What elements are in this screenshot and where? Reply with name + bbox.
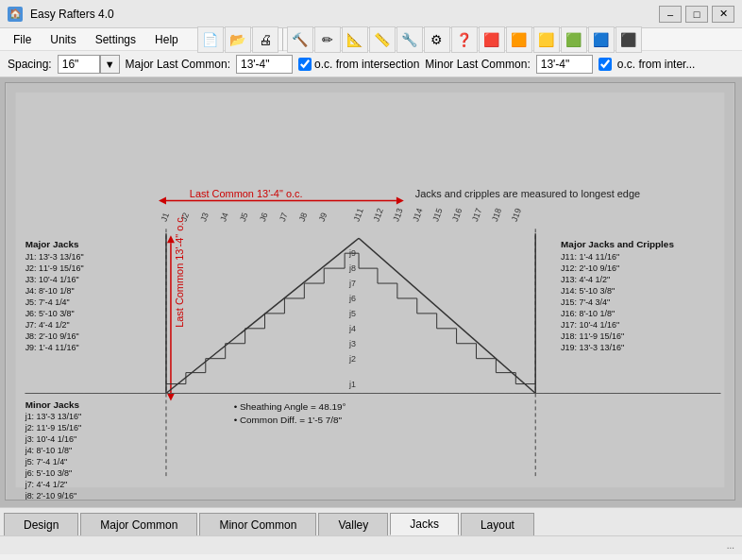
tool-4[interactable]: 📏: [369, 26, 396, 53]
toolbar-sep-1: [282, 28, 283, 51]
spacing-dropdown[interactable]: ▼: [100, 55, 120, 74]
svg-text:J4: 8'-10 1/8": J4: 8'-10 1/8": [25, 286, 75, 296]
svg-text:j4: j4: [348, 324, 356, 333]
tab-minor-common[interactable]: Minor Common: [199, 513, 316, 535]
svg-text:J15: 7'-4 3/4": J15: 7'-4 3/4": [561, 297, 610, 307]
app-title: Easy Rafters 4.0: [30, 8, 114, 21]
oc-intersection-checkbox[interactable]: [298, 58, 312, 71]
menu-units[interactable]: Units: [41, 31, 85, 48]
tab-layout[interactable]: Layout: [461, 513, 534, 535]
tool-8[interactable]: 🟥: [479, 26, 505, 53]
svg-text:j2: j2: [348, 354, 356, 364]
tab-design[interactable]: Design: [4, 513, 78, 535]
svg-text:j3: j3: [348, 339, 356, 348]
svg-text:Last Common 13'-4" o.c.: Last Common 13'-4" o.c.: [174, 214, 185, 328]
svg-text:j5: 7'-4 1/4": j5: 7'-4 1/4": [25, 457, 68, 467]
svg-text:j7: 4'-4 1/2": j7: 4'-4 1/2": [25, 480, 68, 489]
svg-text:J18: 11'-9 15/16": J18: 11'-9 15/16": [561, 331, 624, 341]
tab-valley[interactable]: Valley: [318, 513, 388, 535]
tool-7[interactable]: ❓: [451, 26, 478, 53]
svg-text:j8: j8: [348, 263, 356, 273]
tool-5[interactable]: 🔧: [396, 26, 423, 53]
tool-9[interactable]: 🟧: [506, 26, 532, 53]
svg-text:Jacks and cripples are measure: Jacks and cripples are measured to longe…: [415, 188, 640, 199]
oc-intersection-check-container: o.c. from intersection: [298, 58, 419, 71]
minimize-button[interactable]: –: [659, 6, 682, 23]
svg-text:J9: 1'-4 11/16": J9: 1'-4 11/16": [25, 343, 79, 352]
oc-inter-checkbox[interactable]: [599, 58, 612, 71]
svg-text:j1: 13'-3 13/16": j1: 13'-3 13/16": [25, 412, 82, 421]
svg-text:J12: 2'-10 9/16": J12: 2'-10 9/16": [561, 263, 619, 273]
major-last-common-label: Major Last Common:: [126, 58, 230, 71]
app-icon: 🏠: [8, 7, 23, 22]
tabbar: Design Major Common Minor Common Valley …: [0, 507, 742, 535]
titlebar: 🏠 Easy Rafters 4.0 – □ ✕: [0, 0, 742, 28]
svg-text:Major Jacks and Cripples: Major Jacks and Cripples: [561, 239, 674, 249]
minor-last-common-label: Minor Last Common:: [425, 58, 530, 71]
tool-13[interactable]: ⬛: [616, 26, 642, 53]
drawing-area: Last Common 13'-4" o.c. Jacks and crippl…: [5, 82, 735, 501]
svg-text:j9: j9: [348, 248, 356, 258]
oc-inter-label: o.c. from inter...: [617, 58, 696, 71]
svg-text:j2: 11'-9 15/16": j2: 11'-9 15/16": [25, 423, 82, 433]
svg-text:J14: 5'-10 3/8": J14: 5'-10 3/8": [561, 286, 615, 296]
tool-3[interactable]: 📐: [342, 26, 368, 53]
tool-12[interactable]: 🟦: [588, 26, 615, 53]
spacing-label: Spacing:: [8, 58, 52, 71]
svg-text:J7: 4'-4 1/2": J7: 4'-4 1/2": [25, 320, 70, 330]
tab-major-common[interactable]: Major Common: [80, 513, 197, 535]
svg-text:J5: 7'-4 1/4": J5: 7'-4 1/4": [25, 297, 70, 307]
svg-text:J2: 11'-9 15/16": J2: 11'-9 15/16": [25, 263, 84, 273]
svg-text:j4: 8'-10 1/8": j4: 8'-10 1/8": [25, 446, 73, 455]
svg-text:• Sheathing Angle = 48.19°: • Sheathing Angle = 48.19°: [234, 401, 346, 412]
svg-text:J17: 10'-4 1/16": J17: 10'-4 1/16": [561, 320, 619, 330]
tool-1[interactable]: 🔨: [287, 26, 313, 53]
svg-text:• Common Diff. = 1'-5 7/8": • Common Diff. = 1'-5 7/8": [234, 415, 343, 425]
menu-help[interactable]: Help: [145, 31, 188, 48]
svg-text:J13: 4'-4 1/2": J13: 4'-4 1/2": [561, 275, 610, 284]
major-last-common-value: 13'-4": [236, 55, 293, 74]
menubar: File Units Settings Help 📄 📂 🖨 🔨 ✏ 📐 📏 🔧…: [0, 28, 742, 51]
svg-text:j8: 2'-10 9/16": j8: 2'-10 9/16": [25, 491, 77, 500]
main-canvas: Last Common 13'-4" o.c. Jacks and crippl…: [0, 77, 742, 507]
svg-text:J6: 5'-10 3/8": J6: 5'-10 3/8": [25, 309, 75, 318]
close-button[interactable]: ✕: [712, 6, 734, 23]
statusbar: ...: [0, 535, 742, 554]
tool-open[interactable]: 📄: [197, 26, 224, 53]
svg-text:j7: j7: [348, 279, 356, 288]
menu-settings[interactable]: Settings: [86, 31, 145, 48]
svg-text:j1: j1: [348, 380, 356, 389]
svg-text:J19: 13'-3 13/16": J19: 13'-3 13/16": [561, 343, 624, 352]
menu-file[interactable]: File: [4, 31, 41, 48]
window-controls: – □ ✕: [659, 6, 734, 23]
tool-print[interactable]: 🖨: [252, 26, 278, 53]
spacingbar: Spacing: ▼ Major Last Common: 13'-4" o.c…: [0, 51, 742, 77]
svg-text:Minor Jacks: Minor Jacks: [25, 399, 80, 410]
statusbar-text: ...: [727, 540, 734, 551]
minor-last-common-value: 13'-4": [536, 55, 593, 74]
svg-text:Major Jacks: Major Jacks: [25, 239, 79, 249]
svg-text:j6: 5'-10 3/8": j6: 5'-10 3/8": [25, 468, 73, 478]
tool-save[interactable]: 📂: [225, 26, 251, 53]
svg-rect-1: [16, 93, 725, 487]
svg-text:j5: j5: [348, 309, 356, 318]
tool-6[interactable]: ⚙: [424, 26, 450, 53]
svg-text:J3: 10'-4 1/16": J3: 10'-4 1/16": [25, 275, 79, 284]
svg-text:J1: 13'-3 13/16": J1: 13'-3 13/16": [25, 252, 84, 262]
rafter-diagram: Last Common 13'-4" o.c. Jacks and crippl…: [6, 83, 734, 500]
svg-text:j6: j6: [348, 294, 356, 303]
oc-intersection-label: o.c. from intersection: [314, 58, 419, 71]
svg-text:J8: 2'-10 9/16": J8: 2'-10 9/16": [25, 331, 79, 341]
svg-text:j3: 10'-4 1/16": j3: 10'-4 1/16": [25, 434, 77, 444]
maximize-button[interactable]: □: [685, 6, 708, 23]
tool-10[interactable]: 🟨: [533, 26, 560, 53]
spacing-input[interactable]: [58, 55, 100, 74]
titlebar-left: 🏠 Easy Rafters 4.0: [8, 7, 114, 22]
tool-11[interactable]: 🟩: [561, 26, 587, 53]
svg-text:Last Common  13'-4" o.c.: Last Common 13'-4" o.c.: [190, 188, 303, 199]
tab-jacks[interactable]: Jacks: [390, 513, 459, 535]
tool-2[interactable]: ✏: [314, 26, 341, 53]
svg-text:J11: 1'-4 11/16": J11: 1'-4 11/16": [561, 252, 619, 262]
svg-text:J16: 8'-10 1/8": J16: 8'-10 1/8": [561, 309, 615, 318]
